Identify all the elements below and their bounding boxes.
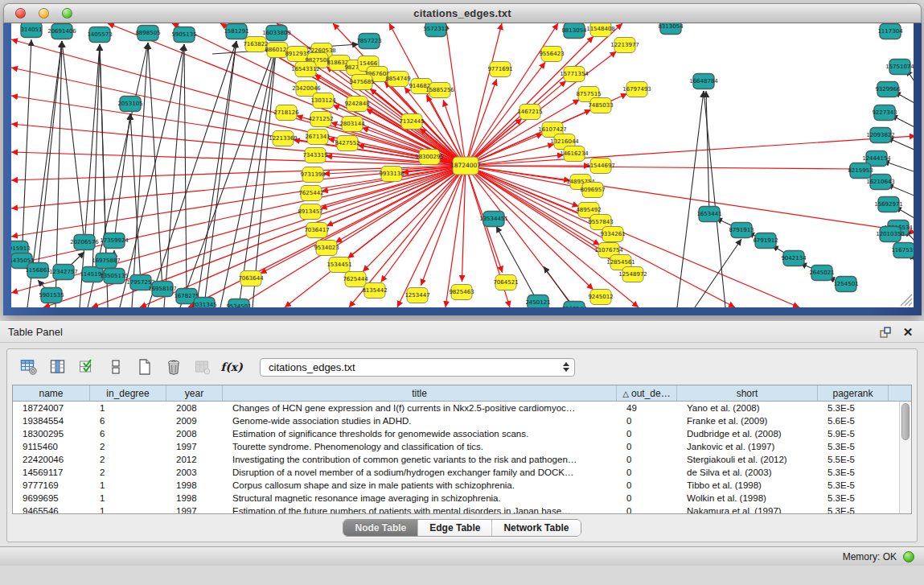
table-cell[interactable]: 2008 — [166, 427, 223, 440]
graph-node-yellow[interactable]: 9731398 — [300, 167, 325, 183]
graph-node-teal[interactable]: 20691406 — [47, 24, 76, 39]
resize-grip-icon[interactable] — [909, 303, 912, 306]
graph-edge[interactable] — [706, 91, 709, 214]
table-cell[interactable]: 1998 — [166, 492, 223, 505]
table-cell[interactable]: 1998 — [166, 479, 223, 492]
table-cell[interactable]: 0 — [617, 492, 677, 505]
table-cell[interactable]: Estimation of the future numbers of pati… — [223, 505, 617, 513]
table-cell[interactable]: 2003 — [166, 466, 223, 479]
graph-node-teal[interactable]: 16958107 — [148, 282, 177, 297]
graph-node-teal[interactable]: 12010350 — [876, 227, 905, 242]
table-row[interactable]: 1938455462009Genome-wide association stu… — [13, 414, 911, 427]
graph-edge[interactable] — [466, 166, 914, 233]
tab-edge-table[interactable]: Edge Table — [418, 520, 492, 536]
row-height-icon[interactable] — [105, 356, 126, 377]
graph-node-yellow[interactable]: 15771354 — [560, 67, 589, 82]
table-cell[interactable]: 19384554 — [13, 414, 90, 427]
table-cell[interactable]: 5.3E-5 — [818, 479, 889, 492]
graph-node-teal[interactable]: 17359924 — [100, 233, 129, 249]
table-cell[interactable]: Disruption of a novel member of a sodium… — [223, 466, 617, 479]
table-row[interactable]: 1456911722003Disruption of a novel membe… — [13, 466, 911, 479]
column-header-name[interactable]: name — [13, 385, 90, 401]
table-cell[interactable]: 2 — [90, 453, 166, 466]
table-cell[interactable]: 5.6E-5 — [818, 414, 889, 427]
graph-edge[interactable] — [11, 124, 466, 166]
graph-node-yellow[interactable]: 12213977 — [610, 38, 639, 53]
graph-edge[interactable] — [695, 239, 741, 307]
close-panel-icon[interactable]: ✕ — [900, 325, 916, 340]
graph-node-teal[interactable]: 12342757 — [49, 265, 78, 280]
graph-node-teal[interactable]: 16975887 — [92, 253, 121, 269]
column-header-in_degree[interactable]: in_degree — [90, 385, 166, 401]
graph-node-teal[interactable]: 9227343 — [872, 105, 897, 121]
table-row[interactable]: 1830029562008Estimation of significance … — [13, 427, 911, 440]
graph-node-teal[interactable]: 16210643 — [866, 175, 895, 190]
graph-edge[interactable] — [38, 41, 62, 270]
table-cell[interactable]: 9115460 — [13, 440, 90, 453]
graph-node-teal[interactable]: 2645021 — [809, 266, 834, 281]
table-row[interactable]: 1872400712008Changes of HCN gene express… — [13, 402, 911, 414]
table-row[interactable]: 911546021997Tourette syndrome. Phenomeno… — [13, 440, 911, 453]
graph-node-yellow[interactable]: 14616234 — [560, 146, 589, 162]
graph-node-teal[interactable]: 1254501 — [833, 277, 858, 292]
table-cell[interactable]: 18724007 — [13, 402, 90, 414]
graph-edge[interactable] — [466, 136, 914, 166]
graph-node-teal[interactable]: 5572312 — [423, 23, 448, 37]
graph-node-teal[interactable]: 13505135 — [100, 269, 129, 284]
table-cell[interactable]: Tibbo et al. (1998) — [677, 479, 818, 492]
graph-node-teal[interactable]: 7857223 — [356, 34, 381, 49]
table-cell[interactable]: 0 — [617, 427, 677, 440]
graph-edge[interactable] — [677, 91, 704, 307]
graph-node-yellow[interactable]: 2718126 — [273, 105, 299, 121]
table-cell[interactable]: de Silva et al. (2003) — [677, 466, 818, 479]
graph-node-teal[interactable]: 9329966 — [875, 82, 901, 97]
graph-edge[interactable] — [239, 43, 277, 307]
table-cell[interactable]: Corpus callosum shape and size in male p… — [223, 479, 617, 492]
table-cell[interactable]: 0 — [617, 479, 677, 492]
table-cell[interactable]: 2008 — [166, 402, 223, 414]
table-cell[interactable]: Stergiakouli et al. (2012) — [677, 453, 818, 466]
graph-node-yellow[interactable]: 12548972 — [618, 267, 647, 282]
table-cell[interactable]: 49 — [617, 402, 677, 414]
table-cell[interactable]: 5.3E-5 — [818, 440, 889, 453]
table-cell[interactable]: Changes of HCN gene expression and I(f) … — [223, 402, 617, 414]
table-cell[interactable]: 0 — [617, 414, 677, 427]
graph-node-teal[interactable]: 5905135 — [171, 27, 196, 43]
graph-edge[interactable] — [462, 166, 466, 282]
graph-node-teal[interactable]: 13534451 — [479, 212, 508, 227]
graph-node-teal[interactable]: 15692971 — [874, 197, 903, 212]
delete-table-icon[interactable] — [163, 356, 184, 377]
graph-edge[interactable] — [100, 44, 106, 261]
graph-node-teal[interactable]: 2450121 — [525, 295, 550, 308]
graph-node-yellow[interactable]: 8854749 — [385, 72, 410, 87]
close-window-button[interactable] — [15, 8, 26, 19]
table-row[interactable]: 977716911998Corpus callosum shape and si… — [13, 479, 911, 492]
column-header-pagerank[interactable]: pagerank — [818, 385, 889, 401]
import-table-icon-disabled[interactable] — [192, 356, 213, 377]
table-cell[interactable]: 0 — [617, 453, 677, 466]
graph-node-yellow[interactable]: 4271252 — [308, 112, 333, 127]
graph-edge[interactable] — [11, 152, 466, 166]
table-row[interactable]: 946554611997Estimation of the future num… — [13, 505, 911, 513]
graph-node-yellow[interactable]: 11544697 — [586, 159, 615, 174]
graph-node-teal[interactable]: 9534501 — [226, 299, 251, 308]
show-columns-icon[interactable] — [47, 356, 68, 377]
graph-node-teal[interactable]: 1653441 — [696, 207, 721, 222]
graph-node-yellow[interactable]: 18724007 — [450, 157, 481, 175]
graph-node-yellow[interactable]: 8135442 — [362, 283, 387, 299]
graph-node-teal[interactable]: 314051 — [21, 23, 43, 38]
table-cell[interactable]: 0 — [617, 440, 677, 453]
graph-edge[interactable] — [883, 161, 914, 172]
graph-edge[interactable] — [466, 166, 591, 218]
graph-edge[interactable] — [381, 166, 466, 282]
graph-node-yellow[interactable]: 2803144 — [339, 117, 365, 132]
tab-network-table[interactable]: Network Table — [492, 520, 580, 536]
graph-node-teal[interactable]: 16033809 — [262, 26, 291, 41]
graph-node-yellow[interactable]: 1253447 — [405, 288, 429, 303]
table-cell[interactable]: 1 — [90, 505, 166, 513]
table-cell[interactable]: 1 — [90, 492, 166, 505]
graph-edge[interactable] — [466, 23, 502, 166]
table-cell[interactable]: 2 — [90, 440, 166, 453]
table-cell[interactable]: 5.3E-5 — [818, 492, 889, 505]
graph-node-teal[interactable]: 15751074 — [885, 60, 914, 75]
